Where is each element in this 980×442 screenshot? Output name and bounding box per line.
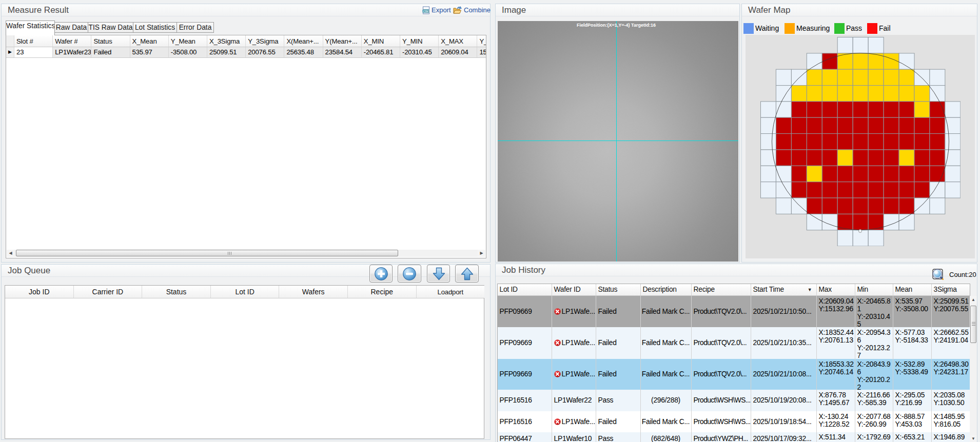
svg-text:CSV: CSV — [423, 10, 429, 13]
